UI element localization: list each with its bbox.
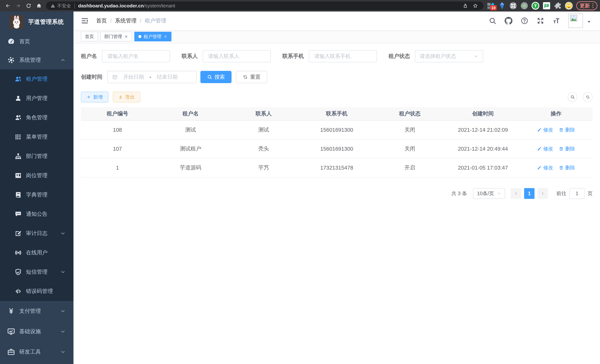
sidebar-item-部门管理[interactable]: 部门管理 (0, 147, 74, 166)
sidebar-item-label: 错误码管理 (26, 288, 53, 295)
extension-gem-icon[interactable] (498, 1, 506, 10)
font-size-icon[interactable] (553, 17, 560, 25)
sidebar-item-label: 首页 (19, 38, 30, 45)
sidebar-item-岗位管理[interactable]: 岗位管理 (0, 166, 74, 185)
sidebar-item-租户管理[interactable]: 租户管理 (0, 69, 74, 89)
refresh-table-button[interactable] (583, 92, 593, 102)
extension-y-icon[interactable] (531, 1, 540, 10)
edit-link[interactable]: 修改 (537, 164, 553, 171)
tenant-name-input[interactable] (102, 50, 170, 62)
sidebar-item-label: 研发工具 (19, 348, 41, 356)
create-time-label: 创建时间 (81, 73, 103, 81)
sidebar-item-label: 系统管理 (19, 56, 41, 64)
sidebar-item-系统管理[interactable]: 系统管理 (0, 51, 74, 69)
extension-badge: 10 (490, 5, 497, 10)
sidebar-item-基础设施[interactable]: 基础设施 (0, 321, 74, 342)
search-button[interactable]: 搜索 (200, 71, 232, 83)
delete-link[interactable]: 删除 (559, 164, 575, 171)
role-icon (14, 114, 22, 121)
github-icon[interactable] (505, 17, 512, 25)
sidebar-item-用户管理[interactable]: 用户管理 (0, 89, 74, 108)
sidebar-item-菜单管理[interactable]: 菜单管理 (0, 127, 74, 147)
sidebar-item-label: 字典管理 (26, 191, 47, 198)
extension-puzzle-icon[interactable] (553, 1, 562, 10)
delete-link[interactable]: 删除 (559, 145, 575, 152)
sidebar-item-首页[interactable]: 首页 (0, 32, 74, 51)
browser-home-button[interactable] (35, 1, 43, 10)
close-icon[interactable] (164, 35, 167, 38)
add-button[interactable]: 新增 (81, 92, 108, 103)
export-button[interactable]: 导出 (113, 92, 140, 103)
edit-link[interactable]: 修改 (537, 127, 553, 133)
sidebar-collapse-button[interactable] (81, 17, 89, 25)
tenant-status-select[interactable]: 请选择租户状态 (415, 50, 483, 62)
app-title: 芋道管理系统 (28, 18, 64, 26)
cell-actions: 修改删除 (519, 145, 593, 152)
chevron-down-icon (60, 308, 66, 314)
mobile-input[interactable] (309, 50, 377, 62)
edit-icon (537, 146, 542, 151)
tag-首页[interactable]: 首页 (81, 32, 98, 41)
edit-link[interactable]: 修改 (537, 145, 553, 152)
sidebar-item-审计日志[interactable]: 审计日志 (0, 224, 74, 243)
tags-view-bar: 首页部门管理租户管理 (74, 30, 600, 43)
browser-forward-button[interactable] (14, 1, 23, 10)
current-page-button[interactable]: 1 (524, 188, 534, 199)
header-search-icon[interactable] (489, 17, 497, 25)
sidebar-item-字典管理[interactable]: 字典管理 (0, 185, 74, 205)
address-bar[interactable]: 不安全 dashboard.yudao.iocoder.cn/system/te… (46, 1, 484, 10)
breadcrumb-system[interactable]: 系统管理 (115, 17, 137, 25)
share-button[interactable] (462, 2, 469, 9)
tag-label: 首页 (85, 34, 94, 39)
avatar-caret-down-icon[interactable] (587, 19, 591, 24)
sidebar-item-支付管理[interactable]: 支付管理 (0, 301, 74, 321)
sidebar-item-通知公告[interactable]: 通知公告 (0, 205, 74, 224)
contact-input[interactable] (203, 50, 271, 62)
extension-dot-icon[interactable] (520, 1, 529, 10)
sidebar-item-在线用户[interactable]: 在线用户 (0, 243, 74, 262)
main-panel: 首页 / 系统管理 / 租户管理 首页部门管理租户管理 (74, 11, 600, 364)
active-dot (138, 35, 141, 38)
browser-update-button[interactable]: 更新 (576, 1, 597, 10)
tag-租户管理[interactable]: 租户管理 (134, 32, 171, 41)
toggle-search-button[interactable] (568, 92, 577, 102)
refresh-icon (243, 75, 248, 80)
column-header: 租户状态 (373, 110, 446, 117)
omnibox-divider (75, 3, 75, 8)
not-secure-indicator[interactable]: 不安全 (50, 3, 71, 9)
audit-icon (14, 230, 22, 237)
extension-chat-icon[interactable] (542, 1, 551, 10)
close-icon[interactable] (124, 35, 128, 38)
sidebar-item-错误码管理[interactable]: 错误码管理 (0, 282, 74, 301)
fullscreen-icon[interactable] (536, 17, 544, 25)
devtools-icon (7, 348, 15, 356)
sidebar-item-角色管理[interactable]: 角色管理 (0, 108, 74, 127)
page-size-select[interactable]: 10条/页 (473, 188, 505, 199)
create-time-range-input[interactable]: 开始日期 - 结束日期 (107, 71, 197, 83)
edit-icon (537, 127, 542, 132)
extension-command-icon[interactable] (509, 1, 517, 10)
profile-avatar-icon[interactable] (564, 1, 573, 10)
extension-blocks-icon[interactable]: 10 (487, 1, 495, 10)
sidebar-logo[interactable]: 芋道管理系统 (0, 11, 74, 32)
sidebar-item-label: 部门管理 (26, 152, 47, 160)
reset-button[interactable]: 重置 (236, 71, 267, 83)
next-page-button[interactable] (537, 188, 548, 199)
goto-page-input[interactable] (569, 188, 585, 199)
tag-部门管理[interactable]: 部门管理 (100, 32, 132, 41)
edit-icon (537, 165, 542, 170)
avatar[interactable] (568, 14, 583, 28)
browser-toolbar: 不安全 dashboard.yudao.iocoder.cn/system/te… (0, 0, 600, 11)
sidebar-menu: 首页系统管理租户管理用户管理角色管理菜单管理部门管理岗位管理字典管理通知公告审计… (0, 32, 74, 364)
page-unit-label: 页 (588, 190, 593, 197)
sidebar-item-短信管理[interactable]: 短信管理 (0, 262, 74, 282)
delete-link[interactable]: 删除 (559, 127, 575, 133)
breadcrumb-home[interactable]: 首页 (96, 17, 107, 25)
browser-back-button[interactable] (3, 1, 12, 10)
help-icon[interactable] (521, 17, 528, 25)
prev-page-button[interactable] (511, 188, 521, 199)
bookmark-star-button[interactable] (472, 2, 479, 9)
browser-reload-button[interactable] (24, 1, 33, 10)
column-header: 联系人 (227, 110, 300, 117)
sidebar-item-研发工具[interactable]: 研发工具 (0, 342, 74, 362)
